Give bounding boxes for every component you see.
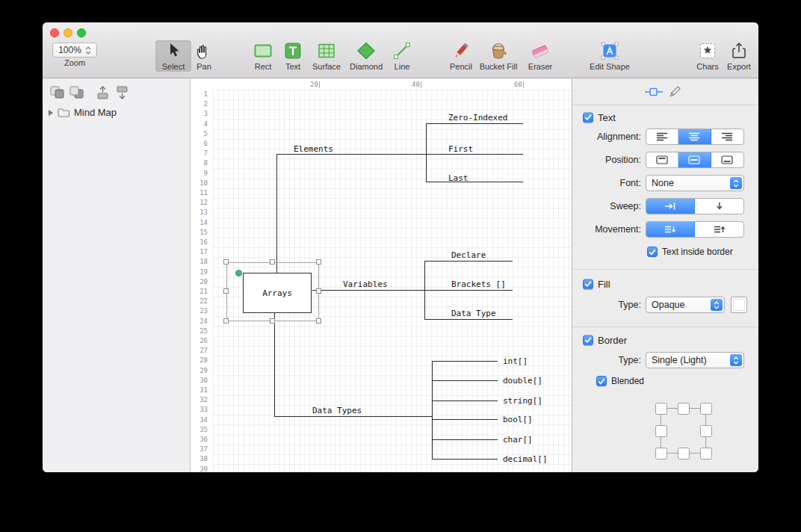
tool-line[interactable]: Line: [386, 40, 418, 72]
border-type-dropdown[interactable]: Single (Light): [646, 352, 744, 368]
connector-line: [276, 154, 426, 155]
align-center-button[interactable]: [678, 129, 711, 144]
text-section-checkbox[interactable]: Text: [583, 112, 616, 123]
selection-handle[interactable]: [316, 288, 321, 294]
ruler-row-number: 14: [200, 218, 208, 228]
surface-grid-icon: [310, 40, 343, 61]
node-label[interactable]: Last: [448, 173, 468, 183]
disclosure-triangle-icon[interactable]: [49, 110, 53, 116]
text-inside-border-checkbox[interactable]: Text inside border: [647, 247, 733, 257]
node-label[interactable]: decimal[]: [503, 454, 548, 464]
layer-down-icon[interactable]: [116, 86, 129, 102]
zoom-value: 100%: [58, 45, 81, 55]
ruler-row-number: 21: [200, 287, 208, 297]
border-slot-bottom[interactable]: [678, 448, 690, 460]
border-slot-top-right[interactable]: [700, 403, 712, 415]
layer-front-icon[interactable]: [50, 86, 64, 102]
movement-up-button[interactable]: [695, 222, 743, 237]
node-label[interactable]: int[]: [503, 356, 528, 366]
node-label[interactable]: Variables: [343, 279, 388, 289]
node-label[interactable]: bool[]: [503, 415, 533, 424]
ruler-col: 60: [514, 80, 524, 88]
align-right-button[interactable]: [711, 129, 743, 144]
tool-eraser[interactable]: Eraser: [524, 40, 557, 72]
border-preview-line: [690, 408, 700, 409]
border-slot-right[interactable]: [700, 425, 712, 437]
tool-chars[interactable]: Chars: [691, 40, 724, 72]
ruler-row-number: 38: [200, 454, 208, 464]
selection-handle[interactable]: [270, 318, 275, 324]
zoom-stepper[interactable]: 100%: [52, 43, 97, 58]
selection-handle[interactable]: [316, 259, 321, 265]
zoom-control: 100% Zoom: [49, 43, 101, 68]
border-slot-top-left[interactable]: [655, 403, 667, 415]
fill-section-checkbox[interactable]: Fill: [583, 279, 610, 290]
selection-handle[interactable]: [223, 259, 229, 265]
connector-line: [426, 123, 523, 124]
ruler-row-number: 33: [200, 405, 208, 415]
position-top-button[interactable]: [646, 152, 678, 167]
tool-pan[interactable]: Pan: [186, 40, 222, 72]
selection-handle[interactable]: [223, 288, 229, 294]
tool-diamond[interactable]: Diamond: [350, 40, 383, 72]
tool-surface[interactable]: Surface: [310, 40, 343, 72]
layer-back-icon[interactable]: [69, 86, 84, 102]
anchor-point[interactable]: [235, 270, 242, 276]
tool-edit-shape[interactable]: Edit Shape: [587, 40, 633, 72]
sweep-horizontal-button[interactable]: [646, 199, 695, 214]
node-label[interactable]: string[]: [503, 396, 542, 406]
align-left-button[interactable]: [646, 129, 678, 144]
sidebar-item-mind-map[interactable]: Mind Map: [49, 107, 117, 118]
selection-handle[interactable]: [316, 318, 321, 324]
position-segmented-control: [646, 152, 744, 168]
fill-color-well[interactable]: [731, 297, 747, 313]
border-preview-line: [661, 415, 661, 425]
ruler-row-number: 30: [200, 376, 208, 386]
connector-line: [274, 313, 275, 416]
blended-checkbox[interactable]: Blended: [596, 376, 644, 386]
position-middle-button[interactable]: [678, 152, 711, 167]
movement-down-button[interactable]: [646, 222, 695, 237]
inspector-tab-pencil[interactable]: [665, 84, 684, 100]
font-dropdown[interactable]: None: [646, 175, 744, 191]
fullscreen-button[interactable]: [77, 28, 86, 37]
checkbox-checked-icon: [583, 335, 593, 345]
node-label[interactable]: Zero-Indexed: [448, 113, 507, 123]
node-label[interactable]: Data Type: [451, 309, 496, 318]
close-button[interactable]: [50, 28, 59, 37]
node-label[interactable]: Data Types: [312, 406, 362, 415]
border-slot-bottom-left[interactable]: [655, 448, 667, 460]
sidebar: Mind Map: [43, 78, 191, 472]
border-slot-bottom-right[interactable]: [700, 448, 712, 460]
connector-line: [432, 400, 498, 401]
position-bottom-button[interactable]: [711, 152, 743, 167]
selection-handle[interactable]: [270, 259, 275, 265]
node-label[interactable]: Brackets []: [451, 279, 506, 289]
border-section-checkbox[interactable]: Border: [583, 335, 627, 346]
node-label[interactable]: Elements: [294, 144, 333, 154]
node-label[interactable]: char[]: [503, 435, 533, 445]
layer-up-icon[interactable]: [96, 86, 109, 102]
minimize-button[interactable]: [64, 28, 72, 37]
sweep-vertical-button[interactable]: [695, 199, 743, 214]
ruler-row-number: 4: [204, 120, 208, 129]
tool-bucket-fill[interactable]: Bucket Fill: [476, 40, 521, 72]
edit-shape-icon: [587, 40, 633, 61]
tool-rect[interactable]: Rect: [247, 40, 279, 72]
tool-text[interactable]: Text: [276, 40, 309, 72]
fill-type-dropdown[interactable]: Opaque: [646, 297, 725, 313]
node-label[interactable]: double[]: [503, 376, 542, 386]
node-label[interactable]: Declare: [451, 250, 486, 260]
selection-handle[interactable]: [223, 318, 229, 324]
border-slot-top[interactable]: [678, 403, 690, 415]
canvas[interactable]: 20 40 60 1234567891011121314151617181920…: [191, 78, 572, 472]
tool-pencil[interactable]: Pencil: [445, 40, 477, 72]
node-label[interactable]: First: [448, 144, 473, 154]
connector-line: [274, 416, 432, 417]
inspector-tab-shape[interactable]: [644, 84, 664, 100]
divider: [572, 327, 758, 327]
zoom-label: Zoom: [49, 58, 101, 68]
border-slot-left[interactable]: [655, 425, 667, 437]
tool-export[interactable]: Export: [723, 40, 755, 72]
connector-line: [276, 154, 277, 273]
